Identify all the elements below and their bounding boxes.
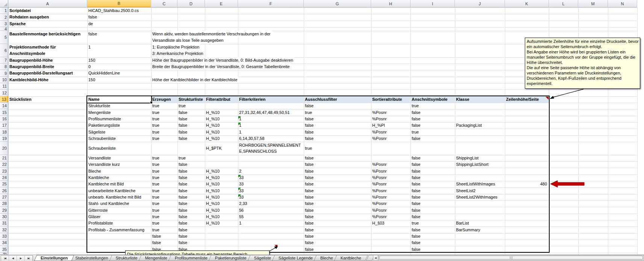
- cell-I19[interactable]: false: [412, 135, 454, 142]
- select-all-corner[interactable]: [0, 0, 8, 8]
- cell-H29[interactable]: %Posnr: [372, 207, 409, 214]
- cell-G23[interactable]: false: [305, 168, 370, 175]
- cell-F30[interactable]: 55: [239, 214, 303, 220]
- cell-B2[interactable]: false: [88, 14, 97, 20]
- column-header-H[interactable]: H: [371, 0, 411, 8]
- cell-I34[interactable]: false: [412, 240, 454, 246]
- cell-G17[interactable]: false: [305, 122, 370, 129]
- cell-G13[interactable]: Ausschlussfilter: [305, 96, 337, 103]
- cell-E29[interactable]: H_%10: [206, 207, 237, 214]
- cell-D29[interactable]: false: [179, 207, 204, 214]
- cell-E16[interactable]: H_%10: [206, 116, 237, 122]
- cell-C25[interactable]: true: [152, 181, 176, 187]
- row-header-9[interactable]: 9: [0, 70, 8, 77]
- row-header-3[interactable]: 3: [0, 21, 8, 27]
- cell-J22[interactable]: ShippingListShort: [456, 161, 504, 168]
- cell-D15[interactable]: false: [179, 109, 204, 116]
- cell-C27[interactable]: true: [152, 194, 176, 200]
- row-header-17[interactable]: 17: [0, 122, 8, 129]
- cell-E25[interactable]: H_%10: [206, 181, 237, 187]
- cell-H19[interactable]: %Posnr: [372, 135, 409, 142]
- cell-J26[interactable]: SheetList2: [456, 187, 504, 194]
- row-header-6[interactable]: 6: [0, 44, 8, 57]
- cell-F15[interactable]: 27,31,32,46,47,48,49,50,51: [239, 109, 303, 116]
- cell-C22[interactable]: true: [152, 161, 176, 168]
- cell-I18[interactable]: true: [412, 129, 454, 135]
- row-header-34[interactable]: 34: [0, 240, 8, 246]
- cell-B16[interactable]: Profilsummenliste: [88, 116, 150, 122]
- cell-F17[interactable]: 1: [239, 122, 303, 129]
- cell-I23[interactable]: false: [412, 168, 454, 175]
- cell-F31[interactable]: 1: [239, 220, 303, 226]
- tab-nav-last-button[interactable]: ▶|: [25, 256, 33, 261]
- cell-B28[interactable]: Stahl- und Kantbleche: [88, 200, 150, 207]
- row-header-23[interactable]: 23: [0, 168, 8, 175]
- cell-F25[interactable]: 33: [239, 181, 303, 187]
- row-header-14[interactable]: 14: [0, 103, 8, 109]
- row-header-24[interactable]: 24: [0, 175, 8, 181]
- cell-E19[interactable]: H_%10: [206, 135, 237, 142]
- cell-J25[interactable]: SheetListWithImages: [456, 181, 504, 187]
- sheet-tab-paketierungsliste[interactable]: Paketierungsliste: [210, 255, 252, 261]
- cell-G14[interactable]: false: [305, 103, 370, 109]
- row-header-31[interactable]: 31: [0, 220, 8, 226]
- cell-H28[interactable]: %Posnr: [372, 200, 409, 207]
- cell-J13[interactable]: Klasse: [456, 96, 469, 103]
- row-header-21[interactable]: 21: [0, 155, 8, 161]
- cell-H25[interactable]: %Posnr: [372, 181, 409, 187]
- cell-C7[interactable]: Höhe der Baugruppenbilder in der Versand…: [152, 57, 294, 64]
- cell-C6[interactable]: 1: Europäische Projektion: [152, 44, 200, 50]
- cell-E31[interactable]: H_%10: [206, 220, 237, 226]
- cell-G15[interactable]: true: [305, 109, 370, 116]
- cell-H26[interactable]: %Posnr: [372, 187, 409, 194]
- cell-B6[interactable]: 1: [88, 44, 91, 50]
- cell-I31[interactable]: true: [412, 220, 454, 226]
- cell-H27[interactable]: %Posnr: [372, 194, 409, 200]
- cell-C19[interactable]: true: [152, 135, 176, 142]
- cell-F16[interactable]: 1: [239, 116, 303, 122]
- cell-E30[interactable]: H_%10: [206, 214, 237, 220]
- sheet-tab-mengenliste[interactable]: Mengenliste: [140, 255, 173, 261]
- cell-J27[interactable]: SheetList2WithImages: [456, 194, 504, 200]
- cell-A8[interactable]: Baugruppenbild-Breite: [9, 64, 86, 70]
- column-header-K[interactable]: K: [505, 0, 549, 8]
- column-header-I[interactable]: I: [411, 0, 455, 8]
- cell-J21[interactable]: ShippingList: [456, 155, 504, 161]
- cell-I15[interactable]: false: [412, 109, 454, 116]
- cell-F29[interactable]: 56: [239, 207, 303, 214]
- cell-D32[interactable]: false: [179, 226, 204, 233]
- cell-G19[interactable]: false: [305, 135, 370, 142]
- column-header-N[interactable]: N: [608, 0, 637, 8]
- cell-C34[interactable]: false: [152, 240, 176, 246]
- row-header-11[interactable]: 11: [0, 83, 8, 90]
- cell-E27[interactable]: H_%10: [206, 194, 237, 200]
- cell-G32[interactable]: false: [305, 226, 370, 233]
- sheet-tab-stabeinstellungen[interactable]: Stabeinstellungen: [70, 255, 113, 261]
- cell-K25[interactable]: 480: [506, 181, 547, 187]
- cell-B1[interactable]: HiCAD_Stahlbau.2500.0.cs: [88, 8, 139, 14]
- cell-A7[interactable]: Baugruppenbild-Höhe: [9, 57, 86, 64]
- cell-G26[interactable]: false: [305, 187, 370, 194]
- cell-B21[interactable]: Versandliste: [88, 155, 150, 161]
- cell-H31[interactable]: H_§03: [372, 220, 409, 226]
- column-header-F[interactable]: F: [238, 0, 304, 8]
- row-header-22[interactable]: 22: [0, 161, 8, 168]
- cell-I26[interactable]: false: [412, 187, 454, 194]
- column-header-J[interactable]: J: [455, 0, 505, 8]
- cell-D34[interactable]: false: [179, 240, 204, 246]
- cell-F19[interactable]: 6,14,30,57,58: [239, 135, 303, 142]
- cell-E20[interactable]: H_$PTK: [206, 142, 237, 155]
- cell-E13[interactable]: Filterattribut: [206, 96, 230, 103]
- cell-B17[interactable]: Paketierungsliste: [88, 122, 150, 129]
- cell-C31[interactable]: true: [152, 220, 176, 226]
- cell-E24[interactable]: H_%10: [206, 175, 237, 181]
- cell-D22[interactable]: false: [179, 161, 204, 168]
- column-header-L[interactable]: L: [549, 0, 578, 8]
- cell-D33[interactable]: false: [179, 233, 204, 240]
- cell-G31[interactable]: false: [305, 220, 370, 226]
- cell-E17[interactable]: H_%10: [206, 122, 237, 129]
- cell-I13[interactable]: Anschnittsymbole: [412, 96, 447, 103]
- cell-A3[interactable]: Sprache: [9, 21, 86, 27]
- cell-B14[interactable]: Strukturliste: [88, 103, 150, 109]
- cell-I17[interactable]: false: [412, 122, 454, 129]
